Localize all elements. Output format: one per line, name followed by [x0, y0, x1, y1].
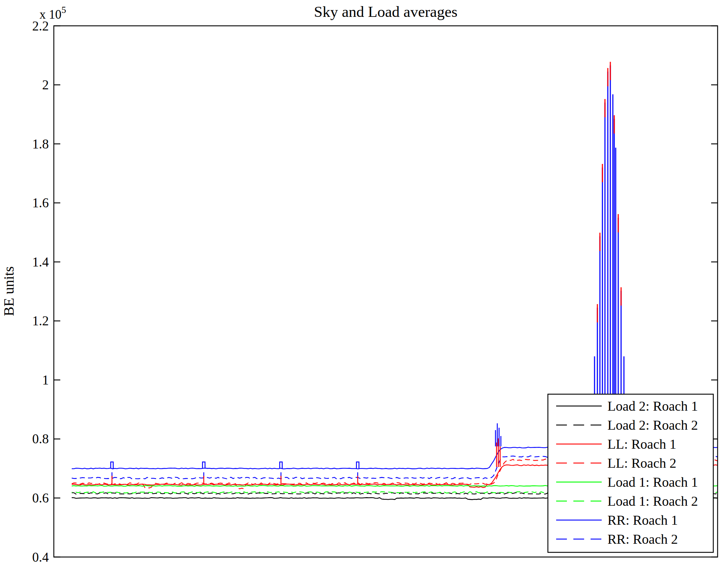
legend-item-label: LL: Roach 1: [607, 436, 676, 452]
y-tick-label: 1.4: [32, 255, 49, 269]
spike-events-group: [111, 62, 624, 485]
y-tick-label: 1.6: [32, 195, 49, 210]
legend-item-label: Load 1: Roach 2: [607, 494, 698, 509]
y-tick-label: 1.2: [32, 313, 49, 328]
legend-item-label: Load 2: Roach 1: [607, 398, 698, 414]
y-scale-exponent: 5: [61, 5, 66, 15]
periodic-spike: [356, 462, 359, 468]
y-tick-label: 2: [42, 77, 49, 92]
matlab-figure-canvas: Sky and Load averages BE units x 105 2.2…: [0, 0, 728, 571]
legend-item-label: LL: Roach 2: [607, 456, 676, 471]
y-tick-label: 0.6: [32, 491, 49, 505]
chart-title: Sky and Load averages: [314, 3, 457, 20]
legend-item-label: RR: Roach 1: [607, 513, 678, 528]
y-tick-label: 2.2: [32, 19, 49, 33]
y-tick-label: 0.4: [32, 550, 49, 565]
periodic-spike: [202, 462, 205, 468]
legend-item-label: Load 2: Roach 2: [607, 417, 698, 433]
chart: Sky and Load averages BE units x 105 2.2…: [0, 0, 728, 571]
legend-item-label: RR: Roach 2: [607, 532, 678, 547]
legend-box: Load 2: Roach 1Load 2: Roach 2LL: Roach …: [548, 394, 713, 552]
periodic-spike: [111, 462, 113, 468]
y-axis-label: BE units: [1, 266, 17, 316]
periodic-spike: [280, 462, 282, 468]
y-tick-label: 0.8: [32, 431, 49, 446]
y-tick-label: 1.8: [32, 137, 49, 151]
y-tick-label: 1: [42, 373, 49, 387]
legend-item-label: Load 1: Roach 1: [607, 475, 698, 490]
